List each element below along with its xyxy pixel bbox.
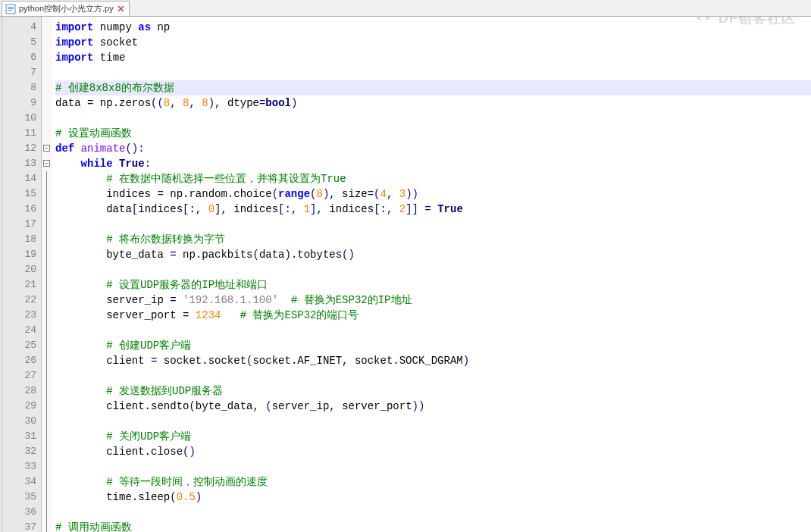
line-number: 20: [2, 262, 36, 277]
line-number: 37: [2, 520, 36, 532]
token-bool: True: [437, 203, 463, 215]
code-line[interactable]: def animate():: [55, 141, 811, 156]
code-line[interactable]: # 创建8x8x8的布尔数据: [55, 80, 811, 95]
token-cm: # 替换为ESP32的端口号: [240, 309, 359, 321]
fold-guide: [46, 429, 47, 444]
token-kw: def: [55, 142, 74, 155]
code-line[interactable]: [55, 65, 811, 80]
line-number: 25: [2, 338, 36, 353]
token-str: '192.168.1.100': [183, 294, 278, 306]
token-nm: time: [100, 52, 126, 64]
line-number: 10: [2, 111, 36, 126]
code-line[interactable]: client.sendto(byte_data, (server_ip, ser…: [55, 399, 811, 414]
code-line[interactable]: import time: [55, 50, 811, 65]
code-line[interactable]: data[indices[:, 0], indices[:, 1], indic…: [55, 202, 811, 217]
token-op: =: [183, 309, 189, 321]
fold-cell: −: [42, 156, 52, 171]
code-line[interactable]: [55, 459, 811, 474]
token-nm: data: [55, 97, 87, 109]
token-num: 0: [208, 203, 214, 215]
code-line[interactable]: [55, 262, 811, 277]
code-line[interactable]: # 设置UDP服务器的IP地址和端口: [55, 277, 811, 293]
code-line[interactable]: while True:: [55, 156, 811, 171]
token-kw: while: [81, 158, 113, 170]
token-op: , (: [252, 400, 271, 412]
line-number: 13: [2, 156, 36, 171]
code-line[interactable]: # 关闭UDP客户端: [55, 429, 811, 444]
token-op: ((: [151, 97, 164, 109]
line-number: 36: [2, 505, 36, 520]
code-line[interactable]: [55, 368, 811, 383]
token-cm: # 设置动画函数: [55, 127, 132, 139]
fold-cell: [42, 505, 52, 520]
code-line[interactable]: import socket: [55, 35, 811, 50]
line-number: 17: [2, 217, 36, 232]
code-line[interactable]: [55, 217, 811, 232]
code-line[interactable]: server_ip = '192.168.1.100' # 替换为ESP32的I…: [55, 293, 811, 308]
fold-cell: [42, 202, 52, 217]
code-line[interactable]: client = socket.socket(socket.AF_INET, s…: [55, 353, 811, 368]
fold-cell: [42, 50, 52, 65]
token-cm: # 发送数据到UDP服务器: [106, 385, 223, 397]
fold-cell: [42, 490, 52, 505]
fold-column: −−: [42, 17, 52, 532]
token-op: ():: [125, 142, 144, 155]
fold-minus-icon[interactable]: −: [43, 160, 50, 167]
line-number: 7: [2, 65, 36, 80]
line-number: 9: [2, 95, 36, 111]
code-line[interactable]: # 设置动画函数: [55, 126, 811, 141]
token-op: [:,: [183, 203, 208, 215]
fold-cell: [42, 323, 52, 338]
fold-guide: [46, 459, 47, 474]
token-num: 4: [380, 188, 387, 200]
code-line[interactable]: server_port = 1234 # 替换为ESP32的端口号: [55, 308, 811, 323]
line-number: 5: [2, 35, 36, 50]
code-line[interactable]: # 发送数据到UDP服务器: [55, 383, 811, 399]
token-op: [: [132, 203, 138, 215]
fold-guide: [46, 520, 47, 532]
code-line[interactable]: [55, 414, 811, 429]
token-op: (: [170, 491, 176, 503]
fold-cell: [42, 186, 52, 202]
code-line[interactable]: byte_data = np.packbits(data).tobytes(): [55, 247, 811, 262]
code-line[interactable]: [55, 111, 811, 126]
code-line[interactable]: time.sleep(0.5): [55, 490, 811, 505]
code-line[interactable]: # 等待一段时间，控制动画的速度: [55, 474, 811, 490]
tab-close-icon[interactable]: [117, 5, 126, 14]
fold-guide: [46, 277, 47, 293]
code-line[interactable]: # 调用动画函数: [55, 520, 811, 532]
code-line[interactable]: data = np.zeros((8, 8, 8), dtype=bool): [55, 95, 811, 111]
fold-guide: [46, 505, 47, 520]
fold-cell: [42, 35, 52, 50]
token-op: ),: [323, 188, 342, 200]
fold-guide: [46, 444, 47, 459]
code-line[interactable]: indices = np.random.choice(range(8), siz…: [55, 186, 811, 202]
line-number: 4: [2, 20, 36, 35]
line-number: 18: [2, 232, 36, 247]
code-line[interactable]: import numpy as np: [55, 20, 811, 35]
code-line[interactable]: # 创建UDP客户端: [55, 338, 811, 353]
token-op: =: [151, 355, 157, 367]
fold-guide: [46, 171, 47, 186]
fold-cell: [42, 232, 52, 247]
file-tab[interactable]: python控制小小光立方.py: [2, 1, 130, 16]
code-line[interactable]: client.close(): [55, 444, 811, 459]
code-line[interactable]: [55, 323, 811, 338]
token-op: ): [463, 355, 469, 367]
token-op: )): [406, 188, 418, 200]
code-line[interactable]: # 在数据中随机选择一些位置，并将其设置为True: [55, 171, 811, 186]
fold-guide: [46, 414, 47, 429]
token-op: ,: [329, 400, 342, 412]
code-line[interactable]: # 将布尔数据转换为字节: [55, 232, 811, 247]
token-kw: as: [138, 21, 151, 33]
fold-cell: [42, 520, 52, 532]
token-num: 1: [304, 203, 310, 215]
token-op: [:,: [278, 203, 304, 215]
fold-minus-icon[interactable]: −: [43, 145, 50, 152]
token-cm: # 替换为ESP32的IP地址: [291, 294, 412, 306]
code-area[interactable]: import numpy as npimport socketimport ti…: [52, 17, 811, 532]
fold-guide: [46, 293, 47, 308]
fold-cell: [42, 399, 52, 414]
fold-cell: [42, 383, 52, 399]
code-line[interactable]: [55, 505, 811, 520]
